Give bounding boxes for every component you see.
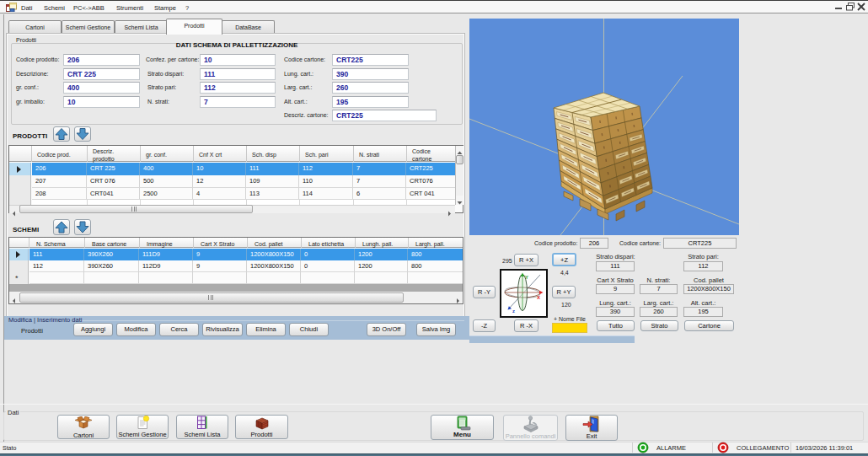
svg-text:z: z <box>512 308 515 314</box>
svg-text:Y: Y <box>525 275 528 280</box>
svg-text:X: X <box>537 295 540 300</box>
